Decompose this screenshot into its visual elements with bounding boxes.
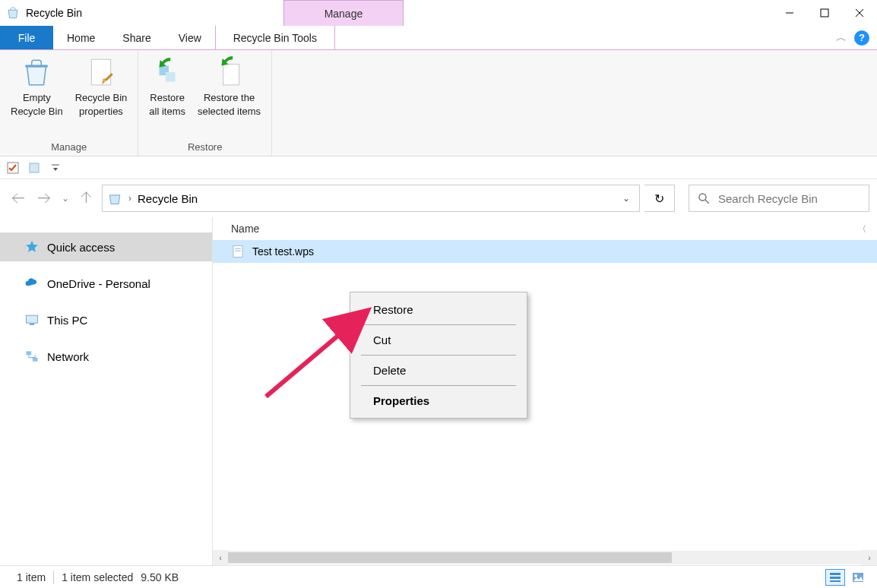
tab-home[interactable]: Home <box>53 26 109 49</box>
navpane-item-label: OneDrive - Personal <box>47 277 150 290</box>
status-selection-size: 9.50 KB <box>141 571 186 583</box>
ribbon-group-manage: Empty Recycle Bin Recycle Bin properties… <box>0 50 138 156</box>
svg-rect-20 <box>235 248 241 250</box>
scroll-thumb[interactable] <box>228 552 672 563</box>
navpane-item-quick-access[interactable]: Quick access <box>0 232 212 261</box>
context-menu-separator <box>361 355 516 356</box>
search-box[interactable] <box>689 185 869 212</box>
content-pane: Name 〈 Test test.wps ‹ › <box>213 217 877 565</box>
titlebar: Recycle Bin Manage <box>0 0 877 26</box>
navigation-pane: Quick access OneDrive - Personal This PC… <box>0 217 213 565</box>
status-selection-count: 1 item selected <box>54 571 141 583</box>
restore-selected-items-button[interactable]: Restore the selected items <box>192 53 267 138</box>
svg-rect-15 <box>27 315 38 323</box>
address-bar[interactable]: › Recycle Bin ⌄ <box>102 185 640 212</box>
wps-file-icon <box>231 245 245 258</box>
navpane-item-this-pc[interactable]: This PC <box>0 305 212 334</box>
search-input[interactable] <box>718 192 861 205</box>
ribbon-group-restore: Restore all items Restore the selected i… <box>138 50 272 156</box>
minimize-button[interactable] <box>772 0 807 26</box>
restore-all-icon <box>151 56 183 88</box>
network-icon <box>24 349 40 364</box>
sort-indicator-icon[interactable]: 〈 <box>847 223 877 235</box>
svg-rect-4 <box>26 65 48 68</box>
titlebar-left: Recycle Bin <box>0 0 82 26</box>
column-headers: Name 〈 <box>213 217 877 240</box>
close-button[interactable] <box>842 0 877 26</box>
svg-rect-17 <box>27 351 32 355</box>
tab-recycle-bin-tools[interactable]: Recycle Bin Tools <box>215 26 335 49</box>
qat-check-icon[interactable] <box>6 161 20 175</box>
svg-rect-1 <box>821 9 828 17</box>
restore-selected-icon <box>214 56 245 88</box>
navpane-item-onedrive[interactable]: OneDrive - Personal <box>0 269 212 298</box>
quick-access-toolbar <box>0 156 877 179</box>
ribbon-btn-label: Recycle Bin properties <box>75 91 128 119</box>
properties-icon <box>85 56 117 88</box>
svg-rect-8 <box>166 72 176 82</box>
breadcrumb-separator-icon[interactable]: › <box>128 193 131 204</box>
svg-rect-25 <box>830 580 841 582</box>
file-row[interactable]: Test test.wps <box>213 240 877 263</box>
scroll-left-button[interactable]: ‹ <box>213 550 228 565</box>
view-large-icons-button[interactable] <box>848 569 868 586</box>
svg-rect-5 <box>91 59 110 85</box>
svg-point-27 <box>854 574 857 577</box>
restore-all-items-button[interactable]: Restore all items <box>143 53 192 138</box>
tab-view[interactable]: View <box>165 26 215 49</box>
navpane-item-network[interactable]: Network <box>0 342 212 371</box>
ribbon-group-label: Restore <box>138 138 271 156</box>
scroll-right-button[interactable]: › <box>862 550 877 565</box>
ribbon-btn-label: Empty Recycle Bin <box>11 91 63 119</box>
svg-rect-18 <box>33 358 38 362</box>
context-menu-restore[interactable]: Restore <box>350 297 527 322</box>
navpane-item-label: Network <box>47 350 89 363</box>
context-menu-separator <box>361 324 516 325</box>
ribbon: Empty Recycle Bin Recycle Bin properties… <box>0 50 877 156</box>
window-title: Recycle Bin <box>26 7 82 19</box>
up-button[interactable]: 🡡 <box>76 188 97 209</box>
context-menu-properties[interactable]: Properties <box>350 388 527 413</box>
tab-share[interactable]: Share <box>109 26 164 49</box>
navpane-item-label: This PC <box>47 314 87 327</box>
view-details-button[interactable] <box>825 569 845 586</box>
ribbon-collapse-icon[interactable]: ︿ <box>834 31 848 45</box>
status-bar: 1 item 1 item selected 9.50 KB <box>0 565 877 588</box>
svg-rect-21 <box>235 251 241 252</box>
qat-customize-dropdown-icon[interactable] <box>49 161 62 175</box>
recent-locations-dropdown[interactable]: ⌄ <box>59 188 71 209</box>
ribbon-tabstrip: File Home Share View Recycle Bin Tools ︿… <box>0 26 877 50</box>
breadcrumb-location[interactable]: Recycle Bin <box>138 192 198 205</box>
qat-folder-icon[interactable] <box>27 161 41 175</box>
search-icon <box>697 191 711 205</box>
help-icon[interactable]: ? <box>854 30 869 46</box>
column-header-name[interactable]: Name <box>231 223 847 235</box>
horizontal-scrollbar[interactable]: ‹ › <box>213 550 877 565</box>
scroll-track[interactable] <box>228 551 862 564</box>
location-recycle-bin-icon <box>107 191 122 206</box>
recycle-bin-properties-button[interactable]: Recycle Bin properties <box>69 53 134 138</box>
svg-line-14 <box>705 200 709 204</box>
file-name: Test test.wps <box>252 245 314 258</box>
maximize-button[interactable] <box>807 0 842 26</box>
svg-rect-23 <box>830 573 841 575</box>
refresh-button[interactable]: ↻ <box>644 185 675 212</box>
titlebar-mid: Manage <box>82 0 772 26</box>
context-menu-cut[interactable]: Cut <box>350 327 527 352</box>
empty-recycle-bin-button[interactable]: Empty Recycle Bin <box>5 53 69 138</box>
context-menu-separator <box>361 385 516 386</box>
quick-access-star-icon <box>24 239 40 254</box>
address-history-dropdown-icon[interactable]: ⌄ <box>618 193 635 204</box>
tab-file[interactable]: File <box>0 26 53 49</box>
file-list: Test test.wps <box>213 240 877 263</box>
context-menu-delete[interactable]: Delete <box>350 358 527 383</box>
svg-rect-16 <box>30 324 35 325</box>
svg-rect-11 <box>30 163 39 172</box>
forward-button[interactable]: 🡢 <box>33 188 55 209</box>
svg-point-13 <box>699 194 706 201</box>
navigation-bar: 🡠 🡢 ⌄ 🡡 › Recycle Bin ⌄ ↻ <box>0 179 877 217</box>
recycle-bin-icon <box>6 6 20 20</box>
context-menu: Restore Cut Delete Properties <box>350 292 527 419</box>
back-button[interactable]: 🡠 <box>8 188 29 209</box>
contextual-tab-header[interactable]: Manage <box>283 0 404 26</box>
